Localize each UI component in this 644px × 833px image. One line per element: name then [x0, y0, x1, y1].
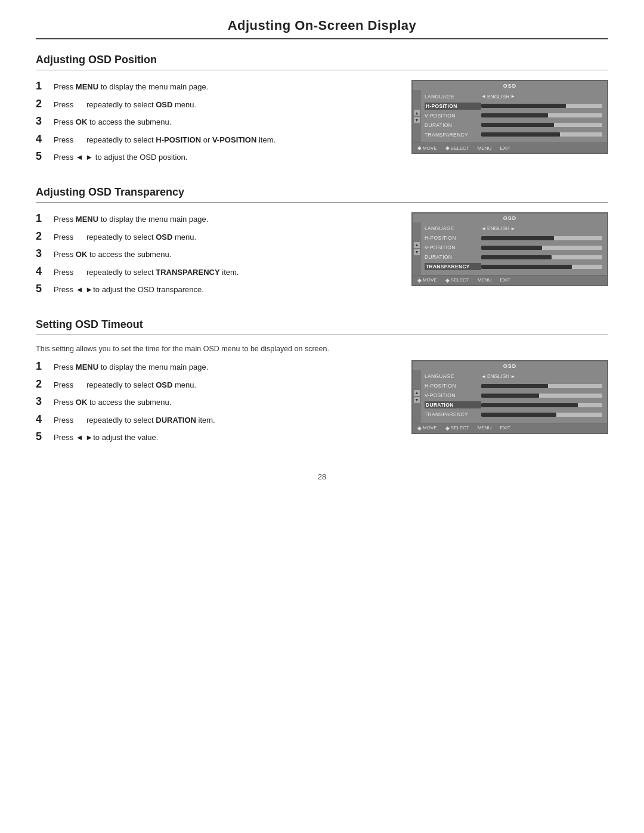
osd-value-vposition — [481, 246, 602, 250]
menu-label: MENU — [478, 425, 492, 431]
osd-title-2: OSD — [413, 213, 607, 222]
step3-5: 5 Press ◄ ►to adjust the value. — [36, 431, 400, 444]
osd-panel-1: OSD ▲ ▼ LANGUAGE ◄ ENGLISH ► — [411, 80, 608, 154]
step-num: 1 — [36, 80, 50, 93]
select-label: SELECT — [451, 425, 469, 431]
osd-row-vposition: V-POSITION — [425, 112, 602, 119]
osd-label-duration: DURATION — [425, 401, 481, 408]
move-label: MOVE — [423, 145, 437, 151]
lang-right-arrow: ► — [510, 374, 515, 379]
osd-bar-fill — [481, 255, 552, 259]
osd-sidebar-1: ▲ ▼ — [413, 90, 421, 143]
osd-footer-select: ◆ SELECT — [445, 145, 469, 151]
step1-4: 4 Press repeatedly to select H-POSITION … — [36, 133, 400, 146]
osd-bar-fill — [481, 413, 556, 417]
osd-body-1: ▲ ▼ LANGUAGE ◄ ENGLISH ► H-POSITION — [413, 90, 607, 143]
menu-label: MENU — [478, 277, 492, 283]
osd-value-hposition — [481, 104, 602, 108]
osd-panel-2: OSD ▲ ▼ LANGUAGE ◄ ENGLISH ► — [411, 212, 608, 286]
osd-label-hposition: H-POSITION — [425, 383, 481, 389]
osd-footer-3: ◆ MOVE ◆ SELECT MENU EXIT — [413, 423, 607, 433]
move-label: MOVE — [423, 425, 437, 431]
osd-row-duration: DURATION — [425, 253, 602, 261]
move-diamond: ◆ — [417, 145, 422, 151]
step2-5: 5 Press ◄ ►to adjust the OSD transparenc… — [36, 283, 400, 296]
step-num: 5 — [36, 283, 50, 296]
step1-5: 5 Press ◄ ► to adjust the OSD position. — [36, 150, 400, 163]
osd-value-vposition — [481, 113, 602, 117]
osd-footer-exit: EXIT — [500, 145, 510, 151]
osd-value-transparency — [481, 265, 602, 269]
step-text: Press OK to access the submenu. — [54, 116, 400, 128]
step-num: 4 — [36, 265, 50, 278]
osd-bar-fill — [481, 236, 554, 240]
step-text: Press ◄ ►to adjust the value. — [54, 432, 400, 444]
osd-footer-exit: EXIT — [500, 425, 510, 431]
menu-label: MENU — [478, 145, 492, 151]
osd-row-language: LANGUAGE ◄ ENGLISH ► — [425, 225, 602, 233]
osd-label-hposition: H-POSITION — [425, 103, 481, 110]
osd-bar-duration — [481, 123, 602, 127]
osd-up-arrow: ▲ — [414, 390, 420, 396]
osd-row-vposition: V-POSITION — [425, 392, 602, 400]
select-diamond: ◆ — [445, 145, 450, 151]
step1-3: 3 Press OK to access the submenu. — [36, 115, 400, 128]
osd-up-arrow: ▲ — [414, 242, 420, 248]
step-text: Press ◄ ►to adjust the OSD transparence. — [54, 284, 400, 296]
step-text: Press OK to access the submenu. — [54, 397, 400, 408]
page-number: 28 — [36, 472, 608, 481]
section3-desc: This setting allows you to set the time … — [36, 345, 608, 353]
step3-3: 3 Press OK to access the submenu. — [36, 395, 400, 408]
step-text: Press repeatedly to select OSD menu. — [54, 379, 400, 391]
osd-bar-fill-hposition — [481, 104, 566, 108]
section-osd-transparency: Adjusting OSD Transparency 1 Press MENU … — [36, 186, 608, 301]
step-text: Press ◄ ► to adjust the OSD position. — [54, 151, 400, 163]
step-num: 4 — [36, 413, 50, 426]
section-osd-position: Adjusting OSD Position 1 Press MENU to d… — [36, 54, 608, 168]
osd-bar-fill — [481, 246, 542, 250]
step-text: Press repeatedly to select TRANSPARENCY … — [54, 267, 400, 278]
section1-title: Adjusting OSD Position — [36, 54, 608, 66]
title-divider — [36, 38, 608, 39]
step-text: Press OK to access the submenu. — [54, 249, 400, 261]
osd-bar-vposition — [481, 113, 602, 117]
osd-footer-move: ◆ MOVE — [417, 277, 437, 283]
osd-up-arrow: ▲ — [414, 110, 420, 116]
osd-body-3: ▲ ▼ LANGUAGE ◄ ENGLISH ► H-POSITION — [413, 370, 607, 423]
step-text: Press MENU to display the menu main page… — [54, 81, 400, 93]
osd-bar-fill — [481, 394, 539, 398]
osd-label-duration: DURATION — [425, 122, 481, 128]
page-title: Adjusting On-Screen Display — [36, 18, 608, 33]
exit-label: EXIT — [500, 425, 510, 431]
step-text: Press repeatedly to select DURATION item… — [54, 414, 400, 426]
section2-rule — [36, 202, 608, 203]
osd-bar-fill-vposition — [481, 113, 548, 117]
step2-1: 1 Press MENU to display the menu main pa… — [36, 212, 400, 225]
osd-title-3: OSD — [413, 361, 607, 370]
osd-value-duration — [481, 123, 602, 127]
section1-steps: 1 Press MENU to display the menu main pa… — [36, 80, 400, 168]
osd-footer-move: ◆ MOVE — [417, 425, 437, 431]
osd-value-language: ◄ ENGLISH ► — [481, 94, 602, 100]
step-num: 1 — [36, 212, 50, 225]
section1-content: 1 Press MENU to display the menu main pa… — [36, 80, 608, 168]
osd-down-arrow: ▼ — [414, 397, 420, 403]
exit-label: EXIT — [500, 277, 510, 283]
osd-label-transparency: TRANSPARENCY — [425, 263, 481, 270]
osd-footer-select: ◆ SELECT — [445, 425, 469, 431]
step-num: 2 — [36, 98, 50, 111]
step-num: 5 — [36, 150, 50, 163]
select-label: SELECT — [451, 145, 469, 151]
step-text: Press repeatedly to select OSD menu. — [54, 99, 400, 111]
osd-label-language: LANGUAGE — [425, 94, 481, 100]
osd-label-transparency: TRANSPARENCY — [425, 132, 481, 138]
step-num: 2 — [36, 378, 50, 391]
lang-right-arrow: ► — [510, 226, 515, 231]
osd-row-duration: DURATION — [425, 401, 602, 409]
move-diamond: ◆ — [417, 425, 422, 431]
step-num: 3 — [36, 395, 50, 408]
osd-footer-menu: MENU — [478, 145, 492, 151]
select-diamond: ◆ — [445, 425, 450, 431]
osd-main-1: LANGUAGE ◄ ENGLISH ► H-POSITION — [421, 90, 607, 143]
lang-left-arrow: ◄ — [481, 374, 486, 379]
